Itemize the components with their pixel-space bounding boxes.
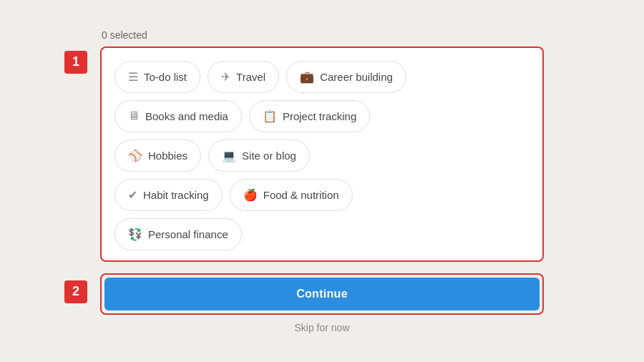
option-blog-label: Site or blog [242, 150, 296, 162]
option-food-label: Food & nutrition [263, 189, 339, 201]
books-icon: 🖥 [128, 109, 140, 122]
option-career[interactable]: 💼 Career building [286, 61, 406, 93]
career-icon: 💼 [300, 70, 314, 84]
project-icon: 📋 [263, 109, 277, 123]
blog-icon: 💻 [222, 149, 236, 162]
option-todo[interactable]: ☰ To-do list [114, 61, 200, 93]
hobbies-icon: ⚾ [128, 149, 142, 162]
selected-count: 0 selected [100, 29, 544, 41]
options-row-1: ☰ To-do list ✈ Travel 💼 Career building [114, 61, 530, 93]
option-project-label: Project tracking [283, 110, 356, 122]
main-container: 1 0 selected ☰ To-do list ✈ Travel 💼 Car… [100, 29, 544, 333]
option-todo-label: To-do list [144, 71, 187, 83]
option-hobbies[interactable]: ⚾ Hobbies [114, 140, 201, 172]
habit-icon: ✔ [128, 188, 137, 202]
options-grid: ☰ To-do list ✈ Travel 💼 Career building … [114, 61, 530, 250]
continue-button[interactable]: Continue [104, 278, 540, 310]
options-row-3: ⚾ Hobbies 💻 Site or blog [114, 140, 530, 172]
finance-icon: 💱 [128, 228, 142, 241]
option-travel-label: Travel [236, 71, 265, 83]
travel-icon: ✈ [221, 70, 230, 84]
option-finance-label: Personal finance [148, 228, 228, 240]
skip-link[interactable]: Skip for now [100, 322, 544, 333]
selection-box: ☰ To-do list ✈ Travel 💼 Career building … [100, 47, 544, 262]
step-2-indicator: 2 [64, 280, 87, 303]
option-hobbies-label: Hobbies [148, 150, 187, 162]
option-blog[interactable]: 💻 Site or blog [208, 140, 310, 172]
continue-section: Continue [100, 273, 544, 315]
option-food[interactable]: 🍎 Food & nutrition [230, 179, 353, 211]
option-books-label: Books and media [145, 110, 228, 122]
option-books[interactable]: 🖥 Books and media [114, 100, 242, 132]
step-1-indicator: 1 [64, 51, 87, 74]
food-icon: 🍎 [243, 188, 258, 202]
option-habit[interactable]: ✔ Habit tracking [114, 179, 223, 211]
option-career-label: Career building [320, 71, 393, 83]
option-finance[interactable]: 💱 Personal finance [114, 218, 242, 250]
options-row-2: 🖥 Books and media 📋 Project tracking [114, 100, 530, 132]
option-travel[interactable]: ✈ Travel [208, 61, 279, 93]
option-project[interactable]: 📋 Project tracking [249, 100, 370, 132]
todo-icon: ☰ [128, 70, 138, 84]
option-habit-label: Habit tracking [143, 189, 209, 201]
options-row-5: 💱 Personal finance [114, 218, 530, 250]
options-row-4: ✔ Habit tracking 🍎 Food & nutrition [114, 179, 530, 211]
